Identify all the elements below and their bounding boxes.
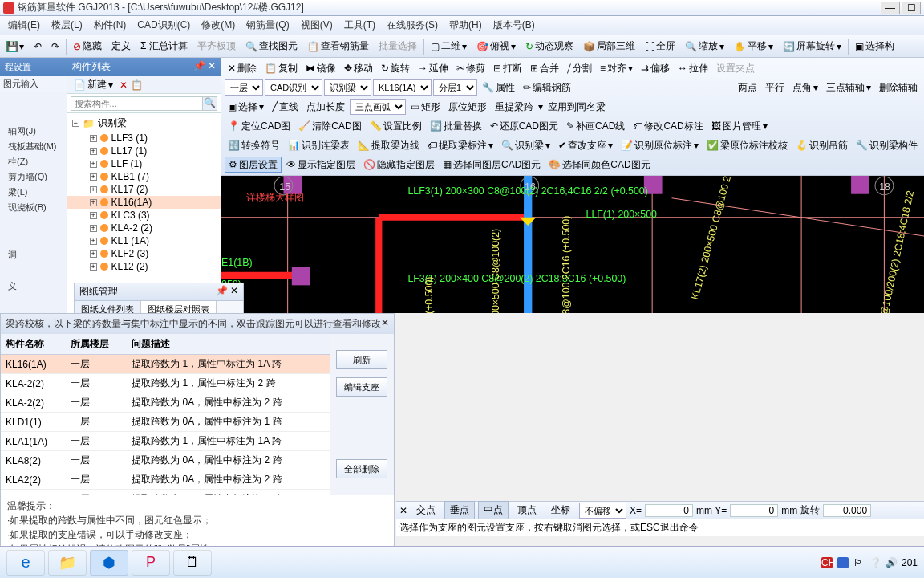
hidelayer[interactable]: 🚫隐藏指定图层 [360, 157, 438, 173]
taskbar-ie[interactable]: e [6, 550, 45, 576]
editbar-button[interactable]: ✏编辑钢筋 [520, 79, 574, 96]
refresh-button[interactable]: 刷新 [336, 350, 387, 369]
table-row[interactable]: KLA-2(2)一层提取跨数为 1，属性中标注为 2 跨 [1, 374, 330, 393]
rect-btn[interactable]: ▭矩形 [407, 99, 444, 115]
tray-keyboard[interactable] [837, 557, 849, 568]
batchsel-button[interactable]: 批量选择 [375, 38, 420, 55]
rectbl[interactable]: 📊识别连梁表 [285, 137, 353, 153]
plan-button[interactable]: 平齐板顶 [194, 38, 239, 55]
editsupport-button[interactable]: 编辑支座 [336, 377, 387, 397]
copy-icon[interactable]: 📋 [131, 79, 143, 91]
crotate[interactable]: ↻旋转 [378, 60, 413, 76]
threept[interactable]: 三点辅轴▾ [823, 79, 874, 96]
table-row[interactable]: KLD1(1)一层提取跨数为 0A，属性中标注为 1 跨 [1, 413, 330, 432]
origrect[interactable]: 原位矩形 [445, 99, 490, 115]
taskbar-notes[interactable]: 🗒 [173, 550, 212, 576]
close-icon[interactable]: ✕ [381, 317, 389, 331]
editcadlabel[interactable]: 🏷修改CAD标注 [630, 118, 706, 134]
selfilter-button[interactable]: ▣选择构 [852, 38, 898, 55]
extbeamedge[interactable]: 📐提取梁边线 [355, 137, 423, 153]
tray-volume-icon[interactable]: 🔊 [886, 557, 897, 568]
selcolorcad[interactable]: 🎨选择同颜色CAD图元 [545, 157, 653, 173]
cdel[interactable]: ✕删除 [225, 60, 260, 76]
nav-raft[interactable]: 筏板基础(M) [0, 139, 67, 154]
menu-edit[interactable]: 编辑(E) [3, 17, 45, 34]
define-button[interactable]: 定义 [108, 38, 134, 55]
table-row[interactable]: KLA8(2)一层提取跨数为 0A，属性中标注为 2 跨 [1, 451, 330, 470]
left-nav-section[interactable]: 图元输入 [0, 76, 67, 92]
search-icon[interactable]: 🔍 [203, 96, 217, 111]
pin-icon[interactable]: 📌 [193, 60, 205, 71]
coffset[interactable]: ⇉偏移 [638, 60, 673, 76]
zoom-button[interactable]: 🔍缩放▾ [682, 38, 727, 55]
nav-wall[interactable]: 剪力墙(Q) [0, 169, 67, 185]
cmerge[interactable]: ⊞合并 [527, 60, 562, 76]
maximize-button[interactable]: ☐ [902, 2, 921, 14]
snap-coord[interactable]: 坐标 [545, 501, 576, 519]
table-row[interactable]: KLA-2(2)一层提取跨数为 0A，属性中标注为 2 跨 [1, 393, 330, 413]
ctrim[interactable]: ✂修剪 [453, 60, 488, 76]
snap-midpoint[interactable]: 中点 [478, 501, 509, 519]
select-btn[interactable]: ▣选择▾ [225, 99, 267, 115]
suppcad[interactable]: ✎补画CAD线 [563, 118, 628, 134]
taskbar-explorer[interactable]: 📁 [48, 550, 87, 576]
recsling[interactable]: 🪝识别吊筋 [792, 137, 851, 153]
tray-ime[interactable]: CH [821, 557, 833, 568]
picmgr[interactable]: 🖼图片管理▾ [708, 118, 771, 134]
cstretch[interactable]: ↔拉伸 [675, 60, 711, 76]
csetpoint[interactable]: 设置夹点 [713, 60, 758, 76]
restorecad[interactable]: ↶还原CAD图元 [487, 118, 561, 134]
cmove[interactable]: ✥移动 [341, 60, 376, 76]
nav-hole[interactable]: 洞 [0, 247, 67, 263]
table-row[interactable]: KLA1(1A)一层提取跨数为 1，属性中标注为 1A 跨 [1, 432, 330, 451]
y-input[interactable] [730, 504, 778, 517]
showlayer[interactable]: 👁显示指定图层 [283, 157, 359, 173]
dim2-button[interactable]: ▢二维▾ [428, 38, 470, 55]
screenrot-button[interactable]: 🔄屏幕旋转▾ [780, 38, 845, 55]
tray-flag-icon[interactable]: 🏳 [853, 557, 865, 568]
menu-tool[interactable]: 工具(T) [339, 17, 380, 34]
undo-icon[interactable]: ↶ [30, 38, 45, 55]
props-button[interactable]: 🔧属性 [479, 79, 518, 96]
snap-perpendicular[interactable]: 垂点 [444, 501, 475, 519]
hide-button[interactable]: ⊘隐藏 [70, 38, 105, 55]
save-icon[interactable]: 💾▾ [3, 38, 27, 55]
deleteall-button[interactable]: 全部删除 [336, 459, 387, 478]
sellayercad[interactable]: ▦选择同图层CAD图元 [440, 157, 544, 173]
table-row[interactable]: KL16(1A)一层提取跨数为 1，属性中标注为 1A 跨 [1, 355, 330, 374]
search-input[interactable] [71, 96, 203, 111]
delaux[interactable]: 删除辅轴 [876, 79, 921, 96]
nav-column[interactable]: 柱(Z) [0, 154, 67, 169]
convsym[interactable]: 🔣转换符号 [225, 137, 283, 153]
x-input[interactable] [645, 504, 693, 517]
snap-vertex[interactable]: 顶点 [512, 501, 542, 519]
relabel[interactable]: 重提梁跨 [492, 99, 537, 115]
taskbar-app[interactable]: ⬢ [90, 550, 128, 576]
tray-time[interactable]: 201 [902, 557, 918, 568]
extbeamlabel[interactable]: 🏷提取梁标注▾ [424, 137, 496, 153]
pin-icon[interactable]: 📌 [216, 285, 228, 296]
parallel[interactable]: 平行 [762, 79, 788, 96]
curmem-select[interactable]: KL16(1A) [373, 79, 432, 96]
ptaddlen[interactable]: 点加长度 [303, 99, 348, 115]
checkbar-button[interactable]: 📋查看钢筋量 [304, 38, 372, 55]
fullscr-button[interactable]: ⛶全屏 [642, 38, 679, 55]
cmirror[interactable]: ⧓镜像 [302, 60, 339, 76]
loccad[interactable]: 📍定位CAD图 [225, 118, 294, 134]
pan-button[interactable]: ✋平移▾ [731, 38, 776, 55]
menu-component[interactable]: 构件(N) [89, 17, 132, 34]
cextend[interactable]: →延伸 [415, 60, 452, 76]
sumcalc-button[interactable]: Σ 汇总计算 [137, 38, 191, 55]
table-row[interactable]: KLA3(2)一层提取跨数为 0A，属性中标注为 2 跨 [1, 490, 330, 495]
batchrepl[interactable]: 🔄批量替换 [427, 118, 485, 134]
pt-angle[interactable]: 点角▾ [789, 79, 821, 96]
table-row[interactable]: KLA2(2)一层提取跨数为 0A，属性中标注为 2 跨 [1, 470, 330, 490]
floor-select[interactable]: 一层 [225, 79, 263, 96]
minimize-button[interactable]: — [881, 2, 900, 14]
close-snap-icon[interactable]: ✕ [399, 505, 407, 516]
check-table[interactable]: 构件名称所属楼层问题描述 KL16(1A)一层提取跨数为 1，属性中标注为 1A… [1, 334, 330, 495]
redo-icon[interactable]: ↷ [48, 38, 63, 55]
tray-help-icon[interactable]: ❔ [869, 557, 881, 568]
overlook-button[interactable]: 🎯俯视▾ [473, 38, 519, 55]
csplit[interactable]: ⧸分割 [564, 60, 595, 76]
